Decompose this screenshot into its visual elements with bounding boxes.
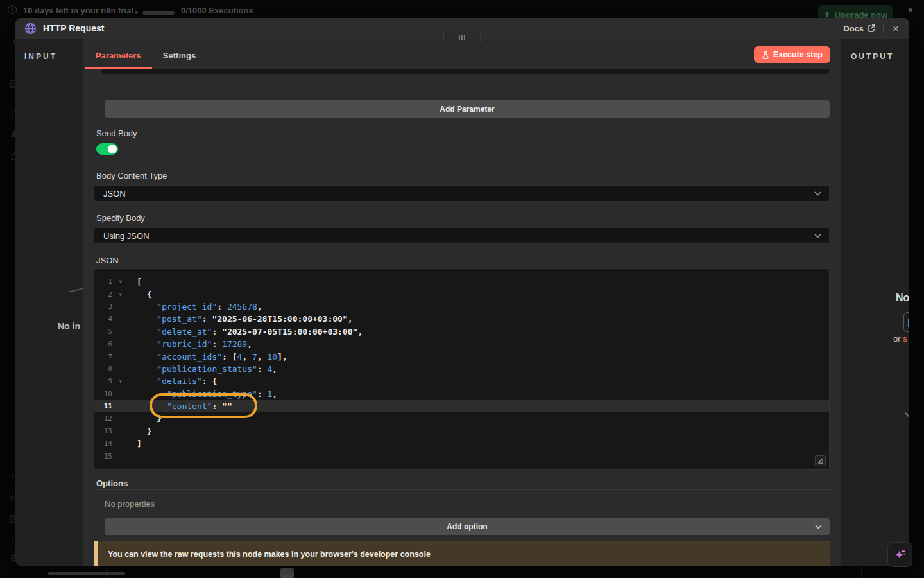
parameter-value-field-clipped[interactable] <box>101 69 830 74</box>
code-line[interactable]: 5 "delete_at": "2025-07-05T15:00:00+03:0… <box>94 326 829 338</box>
code-line[interactable]: 2∨ { <box>94 288 829 300</box>
code-line[interactable]: 3 "project_id": 245678, <box>94 301 829 313</box>
code-text: } <box>129 414 162 423</box>
expand-editor-button[interactable] <box>815 455 826 466</box>
input-empty-text: No in <box>58 321 80 331</box>
line-number: 10 <box>94 390 112 398</box>
options-label: Options <box>96 478 128 488</box>
code-text: "account_ids": [4, 7, 10], <box>129 352 287 362</box>
code-line[interactable]: 10 "publication_type": 1, <box>94 388 829 400</box>
code-text: "project_id": 245678, <box>129 302 262 311</box>
code-text: "publication_status": 4, <box>129 364 277 374</box>
body-content-type-label: Body Content Type <box>96 171 167 180</box>
panel-drag-handle[interactable] <box>443 31 481 42</box>
line-number: 15 <box>94 452 112 460</box>
code-text: ] <box>129 439 142 448</box>
line-number: 6 <box>94 340 112 348</box>
fold-chevron-icon[interactable]: ∨ <box>112 292 129 297</box>
close-icon[interactable]: × <box>891 24 900 33</box>
code-text: } <box>129 426 151 436</box>
background-close-icon[interactable]: × <box>907 4 914 15</box>
background-scrollbar[interactable] <box>48 572 125 575</box>
output-panel-label: OUTPUT <box>851 52 894 61</box>
json-code-editor[interactable]: 1∨[2∨ {3 "project_id": 245678,4 "post_at… <box>94 268 830 470</box>
background-canvas-node <box>280 568 294 578</box>
code-text: "post_at": "2025-06-28T15:00:00+03:00", <box>129 314 353 324</box>
line-number: 9 <box>94 377 112 385</box>
code-text: { <box>129 290 151 299</box>
code-line[interactable]: 7 "account_ids": [4, 7, 10], <box>94 350 829 362</box>
body-content-type-select[interactable]: JSON <box>94 185 830 202</box>
chevron-down-icon <box>814 191 821 196</box>
line-number: 14 <box>94 439 112 448</box>
line-number: 3 <box>94 302 112 311</box>
line-number: 5 <box>94 328 112 336</box>
flask-icon <box>762 51 769 59</box>
line-number: 8 <box>94 365 112 373</box>
add-parameter-button[interactable]: Add Parameter <box>105 100 830 118</box>
code-line[interactable]: 15 <box>94 450 829 462</box>
code-line[interactable]: 11 "content": "" <box>94 400 829 412</box>
code-line[interactable]: 4 "post_at": "2025-06-28T15:00:00+03:00"… <box>94 313 829 325</box>
ai-assistant-button[interactable] <box>887 542 912 567</box>
code-text: "delete_at": "2025-07-05T15:00:00+03:00"… <box>129 327 363 337</box>
code-line[interactable]: 13 } <box>94 425 829 437</box>
tab-parameters[interactable]: Parameters <box>85 42 152 69</box>
line-number: 4 <box>94 315 112 323</box>
header-divider <box>883 24 884 33</box>
docs-link[interactable]: Docs <box>843 24 875 33</box>
tab-bar: Parameters Settings <box>83 42 841 69</box>
chevron-down-icon[interactable] <box>905 408 909 420</box>
code-line[interactable]: 6 "rubric_id": 17289, <box>94 338 829 350</box>
chevron-down-icon <box>814 234 821 238</box>
globe-icon <box>24 22 37 35</box>
trial-countdown: 10 days left in your n8n trial <box>23 6 133 15</box>
topbar-divider <box>130 5 130 15</box>
code-line[interactable]: 12 } <box>94 412 829 425</box>
node-title: HTTP Request <box>43 23 104 33</box>
info-icon: i <box>8 5 17 14</box>
specify-body-select[interactable]: Using JSON <box>94 227 830 244</box>
line-number: 11 <box>94 402 112 410</box>
line-number: 13 <box>94 427 112 435</box>
tab-settings[interactable]: Settings <box>152 42 207 69</box>
code-text: "details": { <box>129 376 217 386</box>
no-properties-text: No properties <box>105 499 155 509</box>
fold-chevron-icon[interactable]: ∨ <box>112 378 129 384</box>
line-number: 1 <box>94 277 112 286</box>
code-line[interactable]: 14] <box>94 437 829 450</box>
input-panel: INPUT No in <box>15 39 83 566</box>
execute-step-button[interactable]: Execute step <box>754 46 830 63</box>
line-number: 2 <box>94 290 112 299</box>
json-field-label: JSON <box>96 256 119 265</box>
code-text: [ <box>129 277 142 286</box>
code-text: "rubric_id": 17289, <box>129 339 252 349</box>
send-body-toggle[interactable] <box>96 143 118 155</box>
chevron-down-icon <box>815 525 822 529</box>
code-line[interactable]: 9∨ "details": { <box>94 375 829 387</box>
status-dot <box>135 11 138 14</box>
mock-data-hint: or s <box>893 334 907 344</box>
code-line[interactable]: 8 "publication_status": 4, <box>94 363 829 375</box>
code-line[interactable]: 1∨[ <box>94 276 829 288</box>
executions-count: 0/1000 Executions <box>181 6 253 15</box>
line-number: 12 <box>94 414 112 423</box>
parameters-panel: Parameters Settings Execute step Add Par… <box>83 39 841 566</box>
output-empty-text: No <box>896 292 909 304</box>
fold-chevron-icon[interactable]: ∨ <box>112 279 129 285</box>
add-option-button[interactable]: Add option <box>105 518 830 535</box>
output-panel: OUTPUT No or s <box>841 39 909 566</box>
output-execute-button-clipped[interactable] <box>903 312 909 332</box>
external-link-icon <box>868 24 875 32</box>
code-lines: 1∨[2∨ {3 "project_id": 245678,4 "post_at… <box>94 276 829 462</box>
code-text: "content": "" <box>129 401 232 411</box>
specify-body-label: Specify Body <box>96 213 145 223</box>
executions-progressbar <box>142 11 175 15</box>
expand-icon <box>817 458 823 464</box>
code-text: "publication_type": 1, <box>129 389 277 399</box>
http-request-node-modal: HTTP Request Docs × INPUT No in Paramete… <box>15 18 909 566</box>
line-number: 7 <box>94 353 112 361</box>
sparkle-icon <box>893 547 908 563</box>
set-mock-data-link[interactable]: s <box>903 334 907 344</box>
connector-line <box>15 39 83 566</box>
